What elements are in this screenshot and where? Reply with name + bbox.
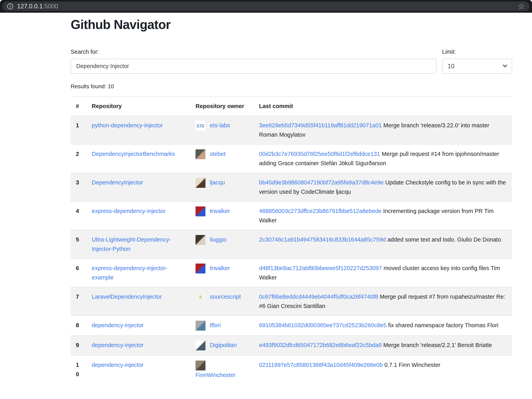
owner-avatar: S — [196, 292, 205, 302]
commit-hash-link[interactable]: 00d2b3c7e76935d76f25ee50f6d1f2ef6ddce131 — [259, 151, 380, 157]
owner-avatar — [196, 264, 205, 273]
owner-avatar — [196, 235, 205, 245]
table-row: 10 dependency-injector FinnWinchester 02… — [71, 355, 512, 384]
url-text[interactable]: 127.0.0.1:5000 — [17, 3, 58, 10]
repository-link[interactable]: dependency-injector — [92, 322, 144, 328]
commit-author: Stefán Jökull Sigurðarson — [321, 160, 386, 166]
owner-avatar — [196, 206, 205, 216]
row-index: 8 — [71, 316, 87, 336]
owner-avatar — [196, 149, 205, 159]
owner-link[interactable]: tflori — [210, 322, 221, 328]
table-row: 8 dependency-injector tflori 69105384b61… — [71, 316, 512, 336]
repository-link[interactable]: python-dependency-injector — [92, 122, 163, 129]
repository-link[interactable]: express-dependency-injector-example — [92, 265, 168, 281]
owner-avatar: ETS — [196, 121, 205, 131]
owner-link[interactable]: liuggio — [210, 236, 227, 243]
commit-author: Roman Mogylatov — [259, 131, 305, 138]
limit-field-group: Limit: 10 — [442, 49, 512, 74]
row-index: 4 — [71, 202, 87, 230]
commit-message: fix shared namespace factory — [388, 322, 463, 328]
commit-hash-link[interactable]: 2c30746c1a91b4947583416c833b1644a85c759d — [259, 236, 386, 243]
url-port: :5000 — [43, 3, 58, 10]
commit-author: ljacqu — [336, 189, 351, 195]
commit-hash-link[interactable]: e493f9032dfcd65047172b682e8b6eaf22c5bda9 — [259, 342, 382, 348]
search-label: Search for: — [71, 49, 437, 55]
address-bar[interactable]: i 127.0.0.1:5000 ☆ — [2, 2, 530, 11]
commit-message: moved cluster access key into config fil… — [384, 265, 489, 271]
owner-link[interactable]: ets-labs — [210, 122, 230, 129]
owner-avatar — [196, 361, 205, 370]
limit-label: Limit: — [442, 49, 512, 55]
row-index: 9 — [71, 336, 87, 355]
commit-message: Merge branch 'release/3.22.0' into maste… — [383, 122, 489, 129]
commit-author: Thomas Flori — [465, 322, 498, 328]
commit-author: Benoit Briatte — [457, 342, 492, 348]
commit-hash-link[interactable]: 3ee629eb5d7349d55f41b119aff81dd219071a01 — [259, 122, 382, 129]
owner-link[interactable]: trwalker — [210, 265, 230, 271]
table-row: 7 LaravelDependencyInjector S sourcescri… — [71, 287, 512, 316]
owner-link[interactable]: FinnWinchester — [196, 372, 235, 378]
url-host: 127.0.0.1 — [17, 3, 43, 10]
commit-hash-link[interactable]: 468856003c273dffce23b86791fbbe512a8ebede — [259, 208, 381, 214]
table-row: 1 python-dependency-injector ETS ets-lab… — [71, 116, 512, 144]
table-row: 6 express-dependency-injector-example tr… — [71, 259, 512, 287]
col-header-last-commit: Last commit — [254, 97, 512, 116]
row-index: 6 — [71, 259, 87, 287]
commit-author: Giulio De Donato — [457, 236, 501, 243]
repository-link[interactable]: express-dependency-injector — [92, 208, 165, 214]
row-index: 5 — [71, 230, 87, 259]
repository-link[interactable]: dependency-injector — [92, 362, 144, 368]
repository-link[interactable]: Ultra-Lightweight-Dependency-Injector-Py… — [92, 236, 171, 252]
page-title: Github Navigator — [71, 17, 512, 32]
owner-avatar — [196, 321, 205, 331]
page-container: Github Navigator Search for: Limit: 10 R… — [71, 17, 512, 385]
table-row: 3 DependencyInjector ljacqu bb45d9e3b986… — [71, 173, 512, 202]
owner-link[interactable]: ljacqu — [210, 179, 225, 186]
results-tbody: 1 python-dependency-injector ETS ets-lab… — [71, 116, 512, 385]
commit-message: Incrementing package version from PR — [383, 208, 482, 214]
commit-hash-link[interactable]: bb45d9e3b98608047190bf72a95fa9a37d8c4e9e — [259, 179, 384, 186]
commit-author: Finn Winchester — [399, 362, 441, 368]
owner-link[interactable]: stebet — [210, 151, 226, 157]
table-row: 4 express-dependency-injector trwalker 4… — [71, 202, 512, 230]
row-index: 7 — [71, 287, 87, 316]
owner-link[interactable]: Digipolitan — [210, 342, 237, 348]
row-index: 1 — [71, 116, 87, 144]
limit-select[interactable]: 10 — [442, 59, 512, 74]
table-row: 9 dependency-injector Digipolitan e493f9… — [71, 336, 512, 355]
commit-hash-link[interactable]: 69105384b61032d000365ee737cd2523b260c8e5 — [259, 322, 386, 328]
repository-link[interactable]: LaravelDependencyInjector — [92, 294, 162, 300]
row-index: 2 — [71, 144, 87, 173]
commit-message: 0.7.1 — [384, 362, 397, 368]
owner-link[interactable]: trwalker — [210, 208, 230, 214]
col-header-repository: Repository — [87, 97, 190, 116]
commit-message: added some text and todo. — [387, 236, 456, 243]
owner-avatar — [196, 178, 205, 188]
search-input[interactable] — [71, 59, 437, 74]
repository-link[interactable]: DependencyInjectorBenchmarks — [92, 151, 175, 157]
row-index: 10 — [71, 355, 87, 384]
browser-chrome: i 127.0.0.1:5000 ☆ — [0, 0, 532, 13]
commit-author: Gian Crescini Santillan — [267, 303, 325, 309]
table-header-row: # Repository Repository owner Last commi… — [71, 97, 512, 116]
search-field-group: Search for: — [71, 49, 437, 74]
search-section: Search for: Limit: 10 — [71, 49, 512, 74]
table-row: 5 Ultra-Lightweight-Dependency-Injector-… — [71, 230, 512, 259]
commit-message: Merge branch 'release/2.2.1' — [383, 342, 456, 348]
site-info-icon[interactable]: i — [7, 3, 13, 9]
repository-link[interactable]: DependencyInjector — [92, 179, 143, 186]
bookmark-star-icon[interactable]: ☆ — [518, 2, 525, 10]
commit-hash-link[interactable]: d48f13be8ac712abf80bbeeee5f120227d253097 — [259, 265, 382, 271]
row-index: 3 — [71, 173, 87, 202]
results-table: # Repository Repository owner Last commi… — [71, 96, 512, 385]
table-row: 2 DependencyInjectorBenchmarks stebet 00… — [71, 144, 512, 173]
commit-hash-link[interactable]: 0c67f6be8eddcd4449eb4044f5df0ca26f4740f8 — [259, 294, 378, 300]
col-header-index: # — [71, 97, 87, 116]
commit-hash-link[interactable]: 02111997e57c85801368f43a10d45f409e266e0b — [259, 362, 383, 368]
owner-avatar — [196, 340, 205, 350]
results-summary: Results found: 10 — [71, 83, 512, 90]
repository-link[interactable]: dependency-injector — [92, 342, 144, 348]
owner-link[interactable]: sourcescript — [210, 294, 241, 300]
col-header-owner: Repository owner — [190, 97, 254, 116]
